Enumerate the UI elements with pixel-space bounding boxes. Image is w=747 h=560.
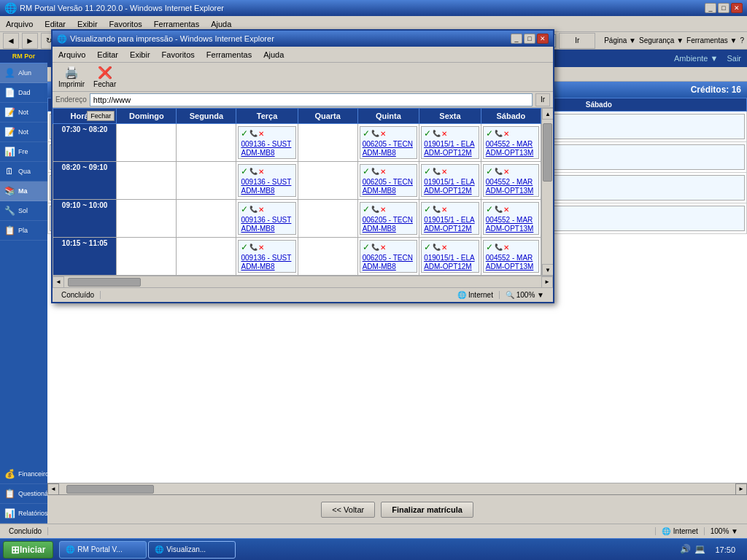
menu-exibir[interactable]: Exibir <box>71 18 104 30</box>
course-link-terca-2[interactable]: 009136 - SUST <box>241 178 291 186</box>
course-link-sexta-2[interactable]: 019015/1 - ELA <box>424 178 475 186</box>
print-button[interactable]: 🖨️ Imprimir <box>58 66 85 88</box>
sidebar-item-mat[interactable]: 📚 Ma <box>0 182 47 201</box>
scroll-down-btn[interactable]: ▼ <box>542 264 553 276</box>
taskbar-item-visualizando[interactable]: 🌐 Visualizan... <box>148 541 236 559</box>
phone-icon-q3[interactable]: 📞 <box>371 206 379 214</box>
popup-menu-exibir[interactable]: Exibir <box>124 49 156 61</box>
menu-favoritos[interactable]: Favoritos <box>104 18 148 30</box>
sidebar-item-dados[interactable]: 📄 Dad <box>0 83 47 103</box>
remove-icon-sb1[interactable]: ✕ <box>503 130 509 138</box>
zoom-level[interactable]: 100% ▼ <box>704 527 744 535</box>
menu-arquivo[interactable]: Arquivo <box>0 18 39 30</box>
course-link-quinta-4[interactable]: 006205 - TECN <box>363 254 413 262</box>
popup-scroll-right[interactable]: ► <box>541 276 553 288</box>
phone-icon-s2[interactable]: 📞 <box>433 168 441 176</box>
sair-link[interactable]: Sair <box>727 54 741 63</box>
course-link-sabado-4[interactable]: 004552 - MAR <box>486 254 533 262</box>
popup-menu-editar[interactable]: Editar <box>91 49 124 61</box>
fechar-schedule-btn[interactable]: Fechar <box>87 111 115 121</box>
start-button[interactable]: ⊞ Iniciar <box>3 541 53 559</box>
course-room-quinta-3[interactable]: ADM-MB8 <box>363 225 396 233</box>
forward-button[interactable]: ► <box>22 33 38 49</box>
top-right-menu-seguranca[interactable]: Segurança ▼ <box>639 36 684 44</box>
course-room-terca-1[interactable]: ADM-MB8 <box>241 149 274 157</box>
popup-h-scrollbar[interactable]: ◄ ► <box>53 276 553 287</box>
sidebar-item-freq[interactable]: 📊 Fre <box>0 142 47 162</box>
scroll-left-btn[interactable]: ◄ <box>47 483 59 495</box>
popup-fechar-button[interactable]: ❌ Fechar <box>93 66 116 88</box>
remove-icon-q2[interactable]: ✕ <box>380 168 386 176</box>
schedule-scroll-area[interactable]: Horário Fechar Domingo Segunda Terça Qua… <box>53 108 541 276</box>
sidebar-item-relatorios[interactable]: 📊 Relatórios <box>0 504 47 524</box>
menu-editar[interactable]: Editar <box>39 18 71 30</box>
course-room-sexta-4[interactable]: ADM-OPT12M <box>424 262 472 271</box>
popup-go-btn[interactable]: Ir <box>535 93 550 106</box>
course-room-sabado-4[interactable]: ADM-OPT13M <box>486 262 534 271</box>
sidebar-item-pla[interactable]: 📋 Pla <box>0 221 47 241</box>
popup-zoom[interactable]: 🔍 100% ▼ <box>499 291 550 299</box>
phone-icon-s3[interactable]: 📞 <box>433 206 441 214</box>
sidebar-item-not1[interactable]: 📝 Not <box>0 103 47 122</box>
remove-icon-sb4[interactable]: ✕ <box>503 244 509 252</box>
phone-icon-t4[interactable]: 📞 <box>249 244 258 252</box>
remove-icon-q3[interactable]: ✕ <box>380 206 386 214</box>
course-link-terca-1[interactable]: 009136 - SUST <box>241 140 291 148</box>
popup-address-input[interactable] <box>90 93 533 106</box>
phone-icon-t1[interactable]: 📞 <box>249 130 258 138</box>
phone-icon-q4[interactable]: 📞 <box>371 244 379 252</box>
course-link-terca-3[interactable]: 009136 - SUST <box>241 216 291 224</box>
menu-ajuda[interactable]: Ajuda <box>205 18 237 30</box>
sidebar-item-quad[interactable]: 🗓 Qua <box>0 162 47 182</box>
phone-icon-t3[interactable]: 📞 <box>249 206 258 214</box>
taskbar-item-rm-portal[interactable]: 🌐 RM Portal V... <box>59 541 147 559</box>
phone-icon-q2[interactable]: 📞 <box>371 168 379 176</box>
phone-icon-sb3[interactable]: 📞 <box>495 206 503 214</box>
popup-minimize-btn[interactable]: _ <box>511 34 522 44</box>
scroll-up-btn[interactable]: ▲ <box>542 108 553 120</box>
sidebar-item-alunos[interactable]: 👤 Alun <box>0 63 47 83</box>
sidebar-item-sol[interactable]: 🔧 Sol <box>0 201 47 221</box>
course-room-sabado-1[interactable]: ADM-OPT13M <box>486 149 534 157</box>
popup-menu-arquivo[interactable]: Arquivo <box>53 49 91 61</box>
remove-icon-q4[interactable]: ✕ <box>380 244 386 252</box>
phone-icon-sb1[interactable]: 📞 <box>495 130 503 138</box>
top-right-menu-pagina[interactable]: Página ▼ <box>604 36 636 44</box>
remove-icon-sb2[interactable]: ✕ <box>503 168 509 176</box>
course-room-terca-3[interactable]: ADM-MB8 <box>241 225 274 233</box>
top-right-menu-help[interactable]: ? <box>740 36 744 44</box>
course-room-quinta-2[interactable]: ADM-MB8 <box>363 187 396 195</box>
top-right-menu-ferramentas[interactable]: Ferramentas ▼ <box>686 36 737 44</box>
phone-icon-sb2[interactable]: 📞 <box>495 168 503 176</box>
finalize-button[interactable]: Finalizar matrícula <box>381 502 473 518</box>
course-link-sexta-4[interactable]: 019015/1 - ELA <box>424 254 475 262</box>
remove-icon-t2[interactable]: ✕ <box>258 168 264 176</box>
course-room-sexta-2[interactable]: ADM-OPT12M <box>424 187 472 195</box>
search-button[interactable]: Ir <box>559 33 595 49</box>
course-room-sexta-3[interactable]: ADM-OPT12M <box>424 225 472 233</box>
scrollbar-thumb-h[interactable] <box>66 485 154 494</box>
remove-icon-s1[interactable]: ✕ <box>441 130 447 138</box>
scroll-right-btn[interactable]: ► <box>735 483 747 495</box>
maximize-button[interactable]: □ <box>718 3 729 13</box>
close-main-button[interactable]: ✕ <box>731 3 743 13</box>
popup-menu-favoritos[interactable]: Favoritos <box>156 49 201 61</box>
popup-h-thumb[interactable] <box>68 278 141 287</box>
sidebar-item-not2[interactable]: 📝 Not <box>0 122 47 142</box>
remove-icon-s3[interactable]: ✕ <box>441 206 447 214</box>
phone-icon-t2[interactable]: 📞 <box>249 168 258 176</box>
remove-icon-s4[interactable]: ✕ <box>441 244 447 252</box>
course-room-sabado-2[interactable]: ADM-OPT13M <box>486 187 534 195</box>
course-room-quinta-1[interactable]: ADM-MB8 <box>363 149 396 157</box>
course-link-quinta-1[interactable]: 006205 - TECN <box>363 140 413 148</box>
course-link-quinta-3[interactable]: 006205 - TECN <box>363 216 413 224</box>
back-button-nav[interactable]: << Voltar <box>321 502 375 518</box>
remove-icon-t4[interactable]: ✕ <box>258 244 264 252</box>
minimize-button[interactable]: _ <box>705 3 716 13</box>
remove-icon-sb3[interactable]: ✕ <box>503 206 509 214</box>
phone-icon-sb4[interactable]: 📞 <box>495 244 503 252</box>
popup-scroll-left[interactable]: ◄ <box>53 276 64 288</box>
remove-icon-t1[interactable]: ✕ <box>258 130 264 138</box>
course-link-sabado-3[interactable]: 004552 - MAR <box>486 216 533 224</box>
popup-close-btn[interactable]: ✕ <box>537 34 549 44</box>
